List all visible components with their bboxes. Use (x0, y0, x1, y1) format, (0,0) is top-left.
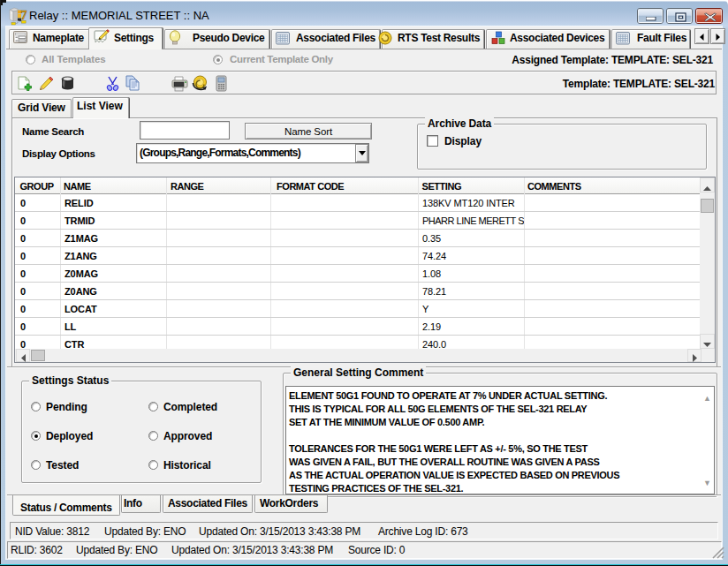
svg-text:7: 7 (20, 8, 27, 22)
